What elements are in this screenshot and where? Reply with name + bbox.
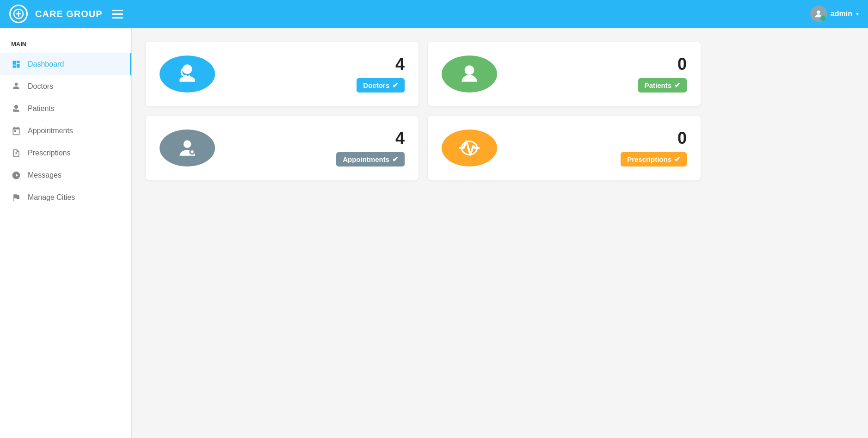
appointments-card-info: 4 Appointments ✔: [224, 130, 405, 167]
brand-name: CARE GROUP: [35, 9, 103, 19]
sidebar-label-doctors: Doctors: [28, 82, 53, 91]
appointments-check-icon: ✔: [392, 155, 398, 164]
sidebar-label-patients: Patients: [28, 105, 55, 113]
svg-point-9: [185, 75, 187, 78]
patients-badge: Patients ✔: [638, 78, 687, 93]
patients-count: 0: [506, 56, 687, 73]
manage-cities-icon: [11, 193, 21, 202]
messages-icon: [11, 171, 21, 180]
dashboard-icon: [11, 60, 21, 69]
header-right: admin ▾: [810, 6, 859, 22]
cards-grid: 4 Doctors ✔ 0 P: [146, 42, 701, 180]
appointments-card-icon: [160, 130, 215, 167]
sidebar-label-messages: Messages: [28, 171, 62, 179]
doctors-badge-label: Doctors: [363, 81, 389, 89]
avatar: [810, 6, 827, 22]
prescriptions-card[interactable]: 0 Prescriptions ✔: [428, 116, 701, 180]
doctors-check-icon: ✔: [392, 81, 398, 90]
appointments-badge: Appointments ✔: [336, 152, 405, 167]
patients-card-info: 0 Patients ✔: [506, 56, 687, 93]
sidebar: Main Dashboard Doctors: [0, 28, 132, 438]
svg-point-3: [817, 11, 820, 14]
patients-card[interactable]: 0 Patients ✔: [428, 42, 701, 106]
prescriptions-count: 0: [506, 130, 687, 147]
sidebar-label-dashboard: Dashboard: [28, 60, 64, 68]
hamburger-menu[interactable]: [110, 8, 125, 20]
prescriptions-check-icon: ✔: [674, 155, 680, 164]
layout: Main Dashboard Doctors: [0, 28, 868, 438]
svg-point-10: [465, 65, 474, 75]
patients-check-icon: ✔: [674, 81, 680, 90]
appointments-count: 4: [224, 130, 405, 147]
sidebar-item-doctors[interactable]: Doctors: [0, 75, 131, 98]
logo-icon: [9, 5, 28, 23]
prescriptions-icon: [11, 148, 21, 158]
header: CARE GROUP admin ▾: [0, 0, 868, 28]
svg-point-11: [184, 140, 191, 148]
sidebar-section-label: Main: [0, 37, 131, 53]
doctors-card-icon: [160, 56, 215, 93]
sidebar-label-prescriptions: Prescriptions: [28, 149, 70, 157]
prescriptions-card-icon: [442, 130, 497, 167]
doctors-icon: [11, 82, 21, 91]
patients-icon: [11, 104, 21, 113]
prescriptions-card-info: 0 Prescriptions ✔: [506, 130, 687, 167]
sidebar-item-dashboard[interactable]: Dashboard: [0, 53, 131, 75]
sidebar-item-appointments[interactable]: Appointments: [0, 120, 131, 142]
doctors-badge: Doctors ✔: [357, 78, 405, 93]
sidebar-item-manage-cities[interactable]: Manage Cities: [0, 186, 131, 209]
sidebar-label-appointments: Appointments: [28, 127, 73, 135]
appointments-card[interactable]: 4 Appointments ✔: [146, 116, 419, 180]
sidebar-label-manage-cities: Manage Cities: [28, 193, 75, 202]
main-content: 4 Doctors ✔ 0 P: [132, 28, 868, 438]
doctors-card[interactable]: 4 Doctors ✔: [146, 42, 419, 106]
sidebar-item-messages[interactable]: Messages: [0, 164, 131, 186]
admin-name: admin: [831, 10, 852, 18]
doctors-card-info: 4 Doctors ✔: [224, 56, 405, 93]
appointments-badge-label: Appointments: [343, 155, 389, 163]
prescriptions-badge-label: Prescriptions: [627, 155, 671, 163]
patients-badge-label: Patients: [645, 81, 671, 89]
doctors-count: 4: [224, 56, 405, 73]
sidebar-item-patients[interactable]: Patients: [0, 98, 131, 120]
admin-dropdown-arrow[interactable]: ▾: [856, 11, 859, 17]
appointments-icon: [11, 126, 21, 136]
prescriptions-badge: Prescriptions ✔: [621, 152, 687, 167]
header-left: CARE GROUP: [9, 5, 125, 23]
patients-card-icon: [442, 56, 497, 93]
sidebar-item-prescriptions[interactable]: Prescriptions: [0, 142, 131, 164]
